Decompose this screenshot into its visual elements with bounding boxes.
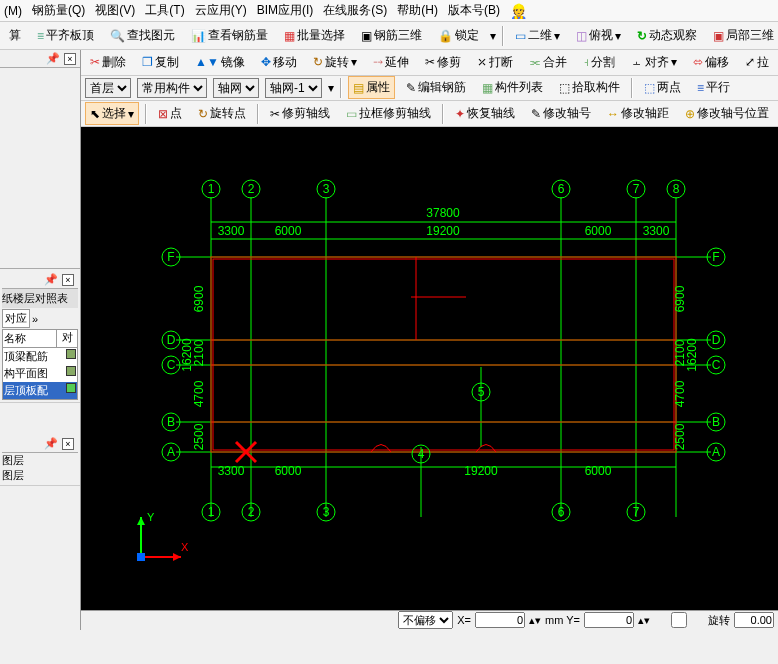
- axis-category-select[interactable]: 轴网: [213, 78, 259, 98]
- component-list-button[interactable]: ▦构件列表: [477, 76, 548, 99]
- rebar-3d-button[interactable]: ▣钢筋三维: [356, 24, 427, 47]
- menu-bar: (M) 钢筋量(Q) 视图(V) 工具(T) 云应用(Y) BIM应用(I) 在…: [0, 0, 778, 22]
- move-button[interactable]: ✥移动: [256, 51, 302, 74]
- menu-version[interactable]: 版本号(B): [448, 2, 500, 19]
- two-points-button[interactable]: ⬚两点: [639, 76, 686, 99]
- ortho-button[interactable]: ◫俯视▾: [571, 24, 626, 47]
- menu-m[interactable]: (M): [4, 4, 22, 18]
- svg-text:6000: 6000: [275, 464, 302, 478]
- pin-icon[interactable]: 📌: [44, 437, 58, 450]
- list-item[interactable]: 层顶板配: [4, 383, 66, 398]
- pin-icon[interactable]: 📌: [46, 52, 60, 65]
- expand-icon[interactable]: »: [32, 313, 38, 325]
- delete-button[interactable]: ✂删除: [85, 51, 131, 74]
- menu-online[interactable]: 在线服务(S): [323, 2, 387, 19]
- svg-text:Y: Y: [147, 511, 155, 523]
- align-button[interactable]: ⫠对齐▾: [626, 51, 682, 74]
- trim-axis-button[interactable]: ✂修剪轴线: [265, 102, 335, 125]
- calc-button[interactable]: 算: [4, 24, 26, 47]
- level-top-button[interactable]: ≡平齐板顶: [32, 24, 99, 47]
- menu-tools[interactable]: 工具(T): [145, 2, 184, 19]
- svg-text:6000: 6000: [275, 224, 302, 238]
- edit-rebar-button[interactable]: ✎编辑钢筋: [401, 76, 471, 99]
- dimensions-bottom: 3300 6000 19200 6000: [211, 464, 676, 478]
- find-element-button[interactable]: 🔍查找图元: [105, 24, 180, 47]
- spinner-icon[interactable]: ▴▾: [529, 614, 541, 627]
- toolbar-axis: ⬉选择▾ ⊠点 ↻旋转点 ✂修剪轴线 ▭拉框修剪轴线 ✦恢复轴线 ✎修改轴号 ↔…: [81, 101, 778, 127]
- select-button[interactable]: ⬉选择▾: [85, 102, 139, 125]
- menu-view[interactable]: 视图(V): [95, 2, 135, 19]
- close-icon[interactable]: ×: [62, 274, 74, 286]
- menu-cloud[interactable]: 云应用(Y): [195, 2, 247, 19]
- modify-dist-button[interactable]: ↔修改轴距: [602, 102, 674, 125]
- point-button[interactable]: ⊠点: [153, 102, 187, 125]
- break-button[interactable]: ⤫打断: [472, 51, 518, 74]
- x-input[interactable]: [475, 612, 525, 628]
- floor-select[interactable]: 首层: [85, 78, 131, 98]
- svg-text:C: C: [712, 358, 721, 372]
- spinner-icon[interactable]: ▴▾: [638, 614, 650, 627]
- rotate-point-button[interactable]: ↻旋转点: [193, 102, 251, 125]
- corresp-label[interactable]: 对应: [2, 309, 30, 328]
- dynamic-view-button[interactable]: ↻动态观察: [632, 24, 702, 47]
- trim-button[interactable]: ✂修剪: [420, 51, 466, 74]
- drawing-canvas[interactable]: 1 2 3 6 7 8 1 2 3 4 5 6 7: [81, 127, 778, 610]
- join-button[interactable]: ⫘合并: [524, 51, 572, 74]
- svg-text:F: F: [712, 250, 719, 264]
- modify-pos-button[interactable]: ⊕修改轴号位置: [680, 102, 774, 125]
- 2d-button[interactable]: ▭二维▾: [510, 24, 565, 47]
- axis-item-select[interactable]: 轴网-1: [265, 78, 322, 98]
- svg-text:6: 6: [558, 505, 565, 519]
- canvas-wrap: ✂删除 ❐复制 ▲▼镜像 ✥移动 ↻旋转▾ ⤍延伸 ✂修剪 ⤫打断 ⫘合并 ⫞分…: [81, 50, 778, 630]
- local-3d-button[interactable]: ▣局部三维: [708, 24, 778, 47]
- rotate-button[interactable]: ↻旋转▾: [308, 51, 362, 74]
- layer-label: 图层: [2, 468, 78, 483]
- frame-trim-button[interactable]: ▭拉框修剪轴线: [341, 102, 436, 125]
- axis-bubbles-right: F D C B A: [707, 248, 725, 461]
- split-button[interactable]: ⫞分割: [578, 51, 620, 74]
- svg-text:19200: 19200: [464, 464, 498, 478]
- close-icon[interactable]: ×: [62, 438, 74, 450]
- pin-icon[interactable]: 📌: [44, 273, 58, 286]
- lock-button[interactable]: 🔒锁定: [433, 24, 484, 47]
- copy-button[interactable]: ❐复制: [137, 51, 184, 74]
- walls: [211, 257, 676, 452]
- menu-help[interactable]: 帮助(H): [397, 2, 438, 19]
- close-icon[interactable]: ×: [64, 53, 76, 65]
- svg-text:2500: 2500: [192, 423, 206, 450]
- properties-button[interactable]: ▤属性: [348, 76, 395, 99]
- parallel-button[interactable]: ≡平行: [692, 76, 735, 99]
- svg-text:3300: 3300: [643, 224, 670, 238]
- hardhat-icon: 👷: [510, 3, 527, 19]
- rotate-checkbox[interactable]: [654, 612, 704, 628]
- batch-select-button[interactable]: ▦批量选择: [279, 24, 350, 47]
- list-item[interactable]: 顶梁配筋: [4, 349, 66, 364]
- stretch-button[interactable]: ⤢拉: [740, 51, 774, 74]
- svg-text:5: 5: [478, 385, 485, 399]
- svg-text:D: D: [167, 333, 176, 347]
- view-rebar-button[interactable]: 📊查看钢筋量: [186, 24, 273, 47]
- list-item[interactable]: 构平面图: [4, 366, 66, 381]
- svg-text:A: A: [167, 445, 175, 459]
- menu-bim[interactable]: BIM应用(I): [257, 2, 314, 19]
- rotate-input[interactable]: [734, 612, 774, 628]
- svg-text:6000: 6000: [585, 224, 612, 238]
- modify-num-button[interactable]: ✎修改轴号: [526, 102, 596, 125]
- svg-text:7: 7: [633, 505, 640, 519]
- component-type-select[interactable]: 常用构件: [137, 78, 207, 98]
- svg-text:X: X: [181, 541, 189, 553]
- pick-component-button[interactable]: ⬚拾取构件: [554, 76, 625, 99]
- svg-text:B: B: [167, 415, 175, 429]
- svg-text:6900: 6900: [673, 285, 687, 312]
- restore-axis-button[interactable]: ✦恢复轴线: [450, 102, 520, 125]
- svg-text:F: F: [167, 250, 174, 264]
- offset-mode-select[interactable]: 不偏移: [398, 611, 453, 629]
- chevron-down-icon[interactable]: ▾: [490, 29, 496, 43]
- toolbar-edit: ✂删除 ❐复制 ▲▼镜像 ✥移动 ↻旋转▾ ⤍延伸 ✂修剪 ⤫打断 ⫘合并 ⫞分…: [81, 50, 778, 76]
- offset-button[interactable]: ⬄偏移: [688, 51, 734, 74]
- menu-rebar-qty[interactable]: 钢筋量(Q): [32, 2, 85, 19]
- extend-button[interactable]: ⤍延伸: [368, 51, 414, 74]
- mirror-button[interactable]: ▲▼镜像: [190, 51, 250, 74]
- svg-text:3300: 3300: [218, 224, 245, 238]
- y-input[interactable]: [584, 612, 634, 628]
